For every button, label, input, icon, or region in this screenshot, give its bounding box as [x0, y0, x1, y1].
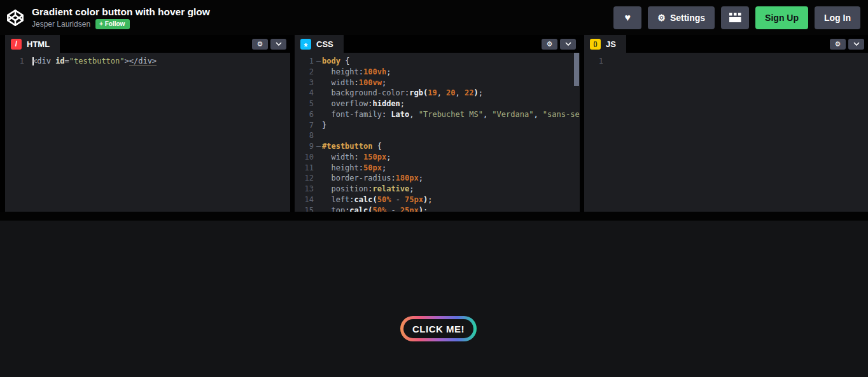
code-token: 100vw — [359, 78, 382, 87]
line-number: 3 — [295, 78, 314, 88]
panel-actions-js: ⚙ — [830, 39, 868, 50]
codepen-logo-icon[interactable] — [5, 8, 25, 28]
code-token: : — [359, 67, 363, 76]
code-token: top — [322, 206, 345, 212]
code-editor-js[interactable]: 1 — [584, 53, 868, 212]
css-editor-scrollbar[interactable] — [574, 53, 579, 86]
layout-view-button[interactable] — [721, 6, 749, 29]
code-token: 180px — [396, 174, 419, 182]
js-collapse-button[interactable] — [848, 39, 864, 50]
code-token: ) — [419, 206, 423, 212]
fold-gutter — [314, 173, 322, 184]
panel-actions-css: ⚙ — [542, 39, 580, 50]
code-token: { — [345, 57, 349, 65]
code-token: calc( — [354, 195, 377, 204]
code-content: height:50px; — [322, 163, 386, 174]
line-number: 13 — [295, 184, 314, 195]
code-line: 14 left:calc(50% - 75px); — [295, 195, 580, 205]
click-me-button[interactable]: CLICK ME! — [400, 316, 477, 341]
line-number: 8 — [295, 130, 314, 141]
code-token: 20 — [446, 88, 455, 97]
gear-icon: ⚙ — [257, 41, 263, 48]
code-content: height:100vh; — [322, 67, 391, 78]
code-line: 1 — [584, 56, 868, 67]
code-editor-html[interactable]: 1<div id="testbutton"></div> — [5, 53, 290, 212]
fold-gutter — [314, 152, 322, 163]
fold-gutter — [314, 205, 322, 212]
code-content: width:100vw; — [322, 78, 386, 88]
code-token: ) — [473, 88, 478, 97]
line-number: 7 — [295, 120, 314, 131]
code-token: Lato — [391, 110, 409, 119]
tab-js-label: JS — [606, 39, 616, 49]
code-token: ; — [409, 184, 414, 193]
pen-author[interactable]: Jesper Lauridsen — [32, 20, 90, 29]
line-number: 9 — [295, 141, 314, 152]
fold-marker-icon[interactable]: – — [314, 141, 322, 152]
chevron-down-icon — [276, 42, 282, 46]
line-number: 12 — [295, 173, 314, 184]
login-button[interactable]: Log In — [815, 6, 860, 29]
tab-css[interactable]: * CSS — [295, 35, 344, 53]
code-token: #testbutton — [322, 142, 377, 151]
code-token: relative — [372, 184, 409, 193]
code-token: border-radius — [322, 174, 391, 182]
click-me-button-label: CLICK ME! — [403, 319, 473, 338]
code-content: border-radius:180px; — [322, 173, 423, 184]
code-token: 19 — [428, 88, 437, 97]
gear-icon: ⚙ — [547, 41, 553, 48]
code-editor-css[interactable]: 1–body {2 height:100vh;3 width:100vw;4 b… — [295, 53, 580, 212]
fold-marker-icon[interactable]: – — [314, 56, 322, 67]
code-token: - — [386, 206, 400, 212]
signup-button[interactable]: Sign Up — [755, 6, 808, 29]
fold-gutter — [314, 184, 322, 195]
html-settings-button[interactable]: ⚙ — [252, 39, 268, 50]
gear-icon: ⚙ — [835, 41, 841, 48]
code-token: , — [456, 88, 465, 97]
panel-actions-html: ⚙ — [252, 39, 290, 50]
js-settings-button[interactable]: ⚙ — [830, 39, 846, 50]
code-token: : — [354, 78, 359, 87]
css-collapse-button[interactable] — [560, 39, 576, 50]
code-token: ; — [400, 99, 405, 108]
code-line: 6 font-family: Lato, "Trebuchet MS", "Ve… — [295, 109, 580, 120]
code-line: 3 width:100vw; — [295, 78, 580, 88]
header-bar: Gradient color button with hover glow Je… — [0, 0, 868, 35]
code-token: = — [65, 57, 69, 65]
code-token: height — [322, 67, 359, 76]
panel-top-html: / HTML ⚙ — [5, 35, 290, 53]
editor-panel-css: * CSS ⚙ 1–body {2 height:100vh;3 width:1… — [295, 35, 580, 212]
follow-button[interactable]: + Follow — [95, 19, 130, 29]
tab-html[interactable]: / HTML — [5, 35, 60, 53]
settings-button[interactable]: ⚙ Settings — [648, 6, 715, 29]
code-content: position:relative; — [322, 184, 414, 195]
code-line: 11 height:50px; — [295, 163, 580, 174]
like-heart-button[interactable]: ♥ — [613, 6, 641, 29]
code-token: body — [322, 57, 345, 65]
horizontal-resize-gutter[interactable] — [0, 212, 868, 221]
line-number: 2 — [295, 67, 314, 78]
code-token: ; — [423, 206, 428, 212]
tab-js[interactable]: () JS — [584, 35, 626, 53]
code-token: "Verdana" — [492, 110, 533, 119]
code-token: font-family — [322, 110, 382, 119]
css-icon: * — [300, 39, 311, 50]
code-token: left — [322, 195, 349, 204]
settings-label: Settings — [670, 13, 705, 23]
code-token: ; — [386, 153, 391, 161]
code-line: 10 width: 150px; — [295, 152, 580, 163]
html-collapse-button[interactable] — [270, 39, 286, 50]
line-number: 1 — [5, 56, 24, 67]
css-settings-button[interactable]: ⚙ — [542, 39, 557, 50]
chevron-down-icon — [853, 42, 860, 46]
code-token: rgb( — [409, 88, 428, 97]
code-token: > — [125, 57, 129, 65]
code-line: 4 background-color:rgb(19, 20, 22); — [295, 88, 580, 99]
code-token: : — [354, 153, 363, 161]
editors-row: / HTML ⚙ 1<div id="testbutton"></div> * … — [0, 35, 868, 212]
header-actions: ♥ ⚙ Settings Sign Up Log In — [613, 6, 860, 29]
code-token: : — [359, 163, 363, 172]
pen-meta: Gradient color button with hover glow Je… — [32, 6, 210, 29]
code-line: 8 — [295, 130, 580, 141]
code-token: 150px — [363, 153, 386, 161]
